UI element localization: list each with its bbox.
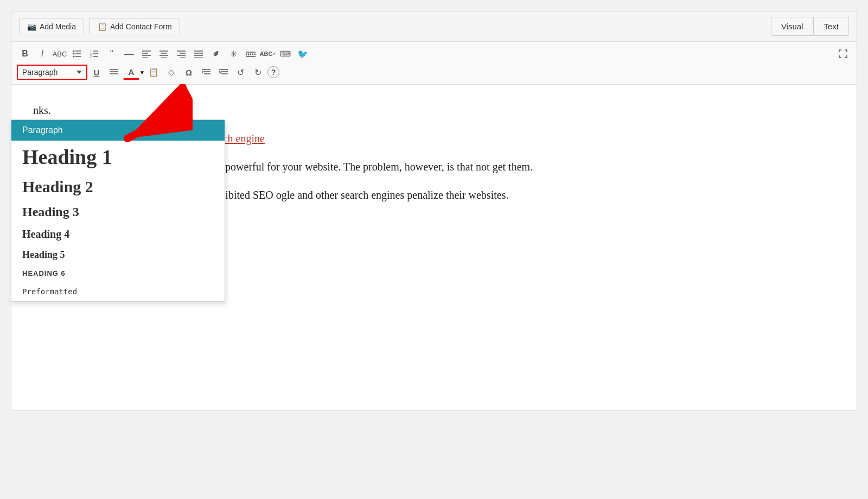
- contact-form-icon: 📋: [98, 22, 107, 31]
- dropdown-heading6[interactable]: Heading 6: [11, 265, 225, 282]
- media-icon: 📷: [27, 22, 36, 31]
- dropdown-heading1[interactable]: Heading 1: [11, 141, 225, 173]
- toolbar-row-2: Paragraph U A ▼ 📋 ◇ Ω ↺ ↻ ?: [17, 64, 851, 81]
- help-button[interactable]: ?: [267, 66, 279, 78]
- strikethrough-button[interactable]: ABC: [52, 46, 68, 61]
- align-left-button[interactable]: [138, 46, 155, 61]
- toolbar-row-1: B I ABC 1.2.3. " —: [17, 45, 851, 62]
- unlink-button[interactable]: ✳: [225, 46, 241, 61]
- bold-button[interactable]: B: [17, 46, 33, 61]
- dropdown-heading2[interactable]: Heading 2: [11, 173, 225, 200]
- toolbar: B I ABC 1.2.3. " —: [11, 42, 857, 85]
- dropdown-preformatted[interactable]: Preformatted: [11, 282, 225, 301]
- text-button[interactable]: Text: [813, 17, 849, 36]
- blockquote-button[interactable]: ": [104, 46, 120, 61]
- dropdown-heading5[interactable]: Heading 5: [11, 245, 225, 265]
- visual-button[interactable]: Visual: [771, 17, 814, 36]
- twitter-button[interactable]: 🐦: [295, 46, 311, 61]
- svg-point-4: [73, 56, 75, 58]
- view-toggle: Visual Text: [771, 17, 849, 36]
- spellcheck-button[interactable]: ABC✓: [260, 46, 276, 61]
- paragraph-format-dropdown[interactable]: Paragraph: [17, 65, 87, 80]
- top-bar-left: 📷 Add Media 📋 Add Contact Form: [19, 18, 180, 35]
- dropdown-heading3[interactable]: Heading 3: [11, 200, 225, 224]
- paste-as-text-button[interactable]: 📋: [146, 65, 162, 80]
- keyboard-shortcut-button[interactable]: ⌨: [277, 46, 293, 61]
- numbered-list-button[interactable]: 1.2.3.: [86, 46, 103, 61]
- indent-button[interactable]: [215, 65, 232, 80]
- underline-button[interactable]: U: [88, 65, 105, 80]
- outdent-button[interactable]: [198, 65, 214, 80]
- add-contact-form-label: Add Contact Form: [110, 22, 172, 31]
- content-paragraph-1: nks.: [33, 101, 835, 119]
- insert-more-button[interactable]: [242, 46, 259, 61]
- format-dropdown-menu: Paragraph Heading 1 Heading 2 Heading 3 …: [11, 119, 225, 302]
- svg-point-2: [73, 53, 75, 55]
- clear-formatting-button[interactable]: ◇: [163, 65, 180, 80]
- text-align-button[interactable]: [106, 65, 122, 80]
- text-color-button[interactable]: A: [123, 65, 139, 80]
- dropdown-paragraph[interactable]: Paragraph: [11, 120, 225, 141]
- svg-text:3.: 3.: [90, 55, 92, 58]
- align-right-button[interactable]: [173, 46, 189, 61]
- dropdown-arrow-icon: [76, 71, 82, 74]
- horizontal-rule-button[interactable]: —: [121, 46, 137, 61]
- svg-point-0: [73, 50, 75, 52]
- paragraph-label: Paragraph: [22, 68, 58, 77]
- top-bar: 📷 Add Media 📋 Add Contact Form Visual Te…: [11, 11, 857, 42]
- align-center-button[interactable]: [156, 46, 172, 61]
- fullscreen-button[interactable]: [835, 46, 851, 61]
- special-chars-button[interactable]: Ω: [181, 65, 197, 80]
- add-media-label: Add Media: [40, 22, 76, 31]
- insert-link-button[interactable]: [208, 46, 224, 61]
- color-picker-arrow[interactable]: ▼: [139, 70, 145, 75]
- undo-button[interactable]: ↺: [233, 65, 249, 80]
- add-contact-form-button[interactable]: 📋 Add Contact Form: [90, 18, 180, 35]
- dropdown-heading4[interactable]: Heading 4: [11, 224, 225, 245]
- justify-button[interactable]: [190, 46, 207, 61]
- redo-button[interactable]: ↻: [250, 65, 266, 80]
- bullet-list-button[interactable]: [69, 46, 85, 61]
- add-media-button[interactable]: 📷 Add Media: [19, 18, 84, 35]
- italic-button[interactable]: I: [34, 46, 50, 61]
